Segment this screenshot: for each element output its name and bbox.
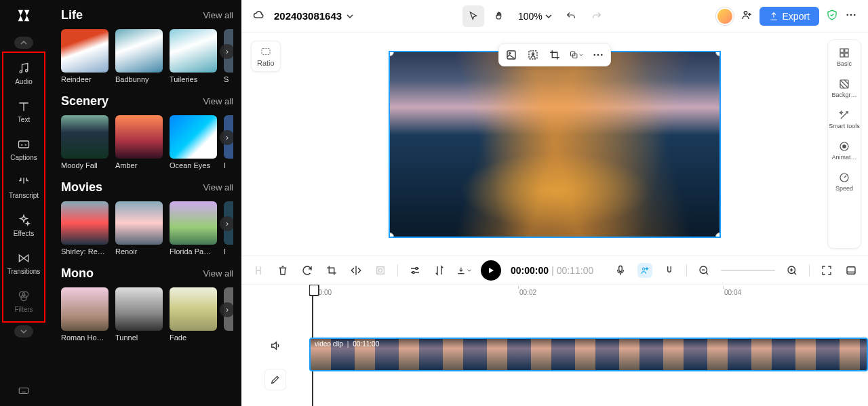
nav-audio[interactable]: Audio <box>3 54 44 92</box>
nav-transitions[interactable]: Transitions <box>3 244 44 282</box>
mirror-button[interactable] <box>349 263 363 278</box>
nav-scroll-down[interactable] <box>14 325 33 338</box>
assets-panel: LifeView all Reindeer Badbunny Tuileries… <box>47 0 241 406</box>
rp-speed[interactable]: Speed <box>835 171 853 192</box>
redo-button[interactable] <box>586 5 608 27</box>
cutout-icon[interactable] <box>526 48 540 62</box>
more-icon[interactable] <box>845 9 857 24</box>
zoom-in-button[interactable] <box>785 263 800 278</box>
row-next-icon[interactable]: › <box>220 216 233 231</box>
edit-track-button[interactable] <box>264 369 286 390</box>
row-next-icon[interactable]: › <box>220 130 233 145</box>
download-button[interactable] <box>456 263 471 278</box>
nav-captions[interactable]: Captions <box>3 130 44 168</box>
row-next-icon[interactable]: › <box>220 302 233 317</box>
svg-rect-2 <box>19 141 29 148</box>
rp-basic[interactable]: Basic <box>837 47 852 67</box>
layers-icon[interactable] <box>570 48 583 62</box>
rp-background[interactable]: Backgr… <box>831 78 856 98</box>
captions-icon <box>17 138 31 151</box>
cloud-icon[interactable] <box>252 8 266 24</box>
mic-button[interactable] <box>613 263 628 278</box>
svg-point-0 <box>20 70 22 73</box>
svg-rect-30 <box>379 268 382 272</box>
ai-button[interactable] <box>637 263 652 278</box>
svg-rect-6 <box>19 388 28 393</box>
play-button[interactable] <box>481 260 501 281</box>
crop-icon[interactable] <box>548 48 561 62</box>
crop-button[interactable] <box>324 263 339 278</box>
pointer-tool[interactable] <box>462 5 484 27</box>
ratio-button[interactable]: Ratio <box>251 41 281 72</box>
resize-handle[interactable] <box>389 232 394 238</box>
editor: 202403081643 100% Export Ratio <box>241 0 868 406</box>
keyboard-icon[interactable] <box>18 384 30 399</box>
asset-amber[interactable]: Amber <box>115 115 163 169</box>
magnet-button[interactable] <box>662 263 677 278</box>
replace-icon[interactable] <box>505 48 518 62</box>
invite-icon[interactable] <box>741 9 753 24</box>
more-icon[interactable] <box>591 48 605 62</box>
svg-point-31 <box>416 267 418 269</box>
svg-rect-24 <box>845 54 848 57</box>
undo-button[interactable] <box>560 5 582 27</box>
rp-smarttools[interactable]: Smart tools <box>829 109 860 129</box>
zoom-level[interactable]: 100% <box>518 11 552 22</box>
split-button[interactable] <box>251 263 266 278</box>
view-all-life[interactable]: View all <box>203 10 233 20</box>
asset-shirley[interactable]: Shirley: Re… <box>61 201 108 256</box>
asset-roman[interactable]: Roman Ho… <box>61 287 108 342</box>
zoom-out-button[interactable] <box>696 263 711 278</box>
canvas-area: Ratio Basic Backgr… Smart tools Animat… … <box>241 33 868 256</box>
asset-tunnel[interactable]: Tunnel <box>115 287 163 342</box>
svg-point-4 <box>22 291 28 297</box>
asset-badbunny[interactable]: Badbunny <box>115 29 163 83</box>
delete-button[interactable] <box>275 263 290 278</box>
resize-handle[interactable] <box>715 232 721 238</box>
play-icon <box>487 266 495 275</box>
nav-filters[interactable]: Filters <box>3 282 44 320</box>
nav-scroll-up[interactable] <box>14 37 33 49</box>
nav-label: Text <box>18 116 30 123</box>
row-next-icon[interactable]: › <box>220 44 233 59</box>
export-button[interactable]: Export <box>760 7 819 26</box>
shield-icon[interactable] <box>826 9 838 24</box>
panel-button[interactable] <box>844 263 859 278</box>
transitions-icon <box>17 251 31 265</box>
mute-track-button[interactable] <box>264 335 286 357</box>
asset-florida[interactable]: Florida Pa… <box>170 201 217 256</box>
asset-renoir[interactable]: Renoir <box>115 201 163 256</box>
canvas-frame[interactable] <box>389 51 721 238</box>
asset-reindeer[interactable]: Reindeer <box>61 29 108 83</box>
wand-icon <box>838 109 850 121</box>
nav-text[interactable]: Text <box>3 92 44 130</box>
zoom-slider[interactable] <box>721 270 775 271</box>
fullscreen-button[interactable] <box>819 263 834 278</box>
resize-handle[interactable] <box>389 51 394 56</box>
project-name[interactable]: 202403081643 <box>274 10 354 22</box>
timeline-tick: 00:02 <box>519 289 536 296</box>
asset-oceaneyes[interactable]: Ocean Eyes <box>170 115 217 169</box>
rotate-button[interactable] <box>300 263 315 278</box>
svg-point-15 <box>532 53 534 55</box>
svg-point-7 <box>744 11 747 14</box>
freeze-button[interactable] <box>373 263 388 278</box>
nav-effects[interactable]: Effects <box>3 206 44 244</box>
asset-fade[interactable]: Fade <box>170 287 217 342</box>
video-clip[interactable]: video clip|00:11:00 <box>309 338 868 371</box>
timeline-main[interactable]: 00:00 00:02 00:04 video clip|00:11:00 <box>309 285 868 406</box>
view-all-movies[interactable]: View all <box>203 182 233 192</box>
ratio-icon <box>260 45 272 58</box>
nav-transcript[interactable]: Transcript <box>3 168 44 206</box>
asset-tuileries[interactable]: Tuileries <box>170 29 217 83</box>
svg-rect-29 <box>377 266 384 274</box>
asset-moodyfall[interactable]: Moody Fall <box>61 115 108 169</box>
order-button[interactable] <box>432 263 447 278</box>
hand-tool[interactable] <box>488 5 510 27</box>
view-all-mono[interactable]: View all <box>203 268 233 279</box>
adjust-button[interactable] <box>408 263 422 278</box>
view-all-scenery[interactable]: View all <box>203 96 233 106</box>
rp-animation[interactable]: Animat… <box>831 140 856 161</box>
avatar[interactable] <box>716 7 734 25</box>
resize-handle[interactable] <box>715 51 721 56</box>
